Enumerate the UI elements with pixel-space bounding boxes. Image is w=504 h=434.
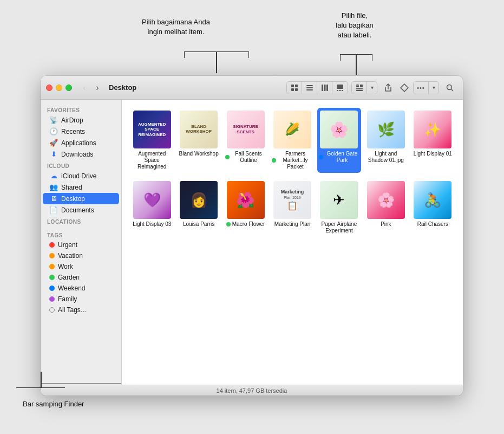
svg-rect-6: [306, 89, 313, 90]
file-name-light-shadow: Light and Shadow 01.jpg: [365, 151, 406, 164]
svg-rect-7: [322, 85, 323, 91]
file-item-augmented[interactable]: AUGMENTEDSPACEREIMAGINED Augmented Space…: [130, 108, 174, 173]
file-item-bland[interactable]: BLANDWORKSHOP Bland Workshop: [176, 108, 220, 173]
tags-section-label: Tags: [41, 229, 121, 239]
file-name-row-fall: Fall Scents Outline: [225, 151, 266, 164]
file-name-row-paper: Paper Airplane Experiment: [319, 221, 359, 234]
sidebar-item-icloud-drive[interactable]: ☁ iCloud Drive: [43, 170, 119, 182]
maximize-button[interactable]: [66, 85, 72, 91]
share-button[interactable]: [381, 82, 396, 94]
locations-section-label: Locations: [41, 216, 121, 226]
svg-rect-18: [356, 90, 363, 91]
file-item-paper[interactable]: ✈ Paper Airplane Experiment: [317, 178, 361, 237]
close-button[interactable]: [46, 85, 53, 91]
view-icon-button[interactable]: [287, 82, 302, 94]
view-gallery-button[interactable]: [332, 82, 348, 94]
window-title: Desktop: [109, 83, 136, 92]
sidebar-label-family: Family: [58, 295, 77, 303]
sidebar-label-vacation: Vacation: [58, 252, 83, 260]
file-thumb-fall: SIGNATURESCENTS: [227, 111, 265, 148]
sidebar-item-desktop[interactable]: 🖥 Desktop: [43, 193, 119, 204]
fall-tag-dot: [225, 155, 230, 159]
sidebar-item-recents[interactable]: 🕐 Recents: [43, 126, 119, 137]
sidebar-item-garden[interactable]: Garden: [43, 272, 119, 283]
svg-rect-0: [291, 85, 294, 87]
file-item-rail[interactable]: 🚴 Rail Chasers: [411, 178, 455, 237]
file-thumb-pink: 🌸: [367, 181, 405, 219]
minimize-button[interactable]: [56, 85, 62, 91]
callout-right: Pilih file, lalu bagikan atau labeli.: [319, 11, 390, 41]
family-dot: [49, 296, 55, 302]
forward-button[interactable]: ›: [91, 82, 103, 93]
file-item-golden[interactable]: 🌸 Golden Gate Park: [317, 108, 361, 173]
sidebar-item-documents[interactable]: 📄 Documents: [43, 204, 119, 216]
svg-rect-17: [356, 88, 363, 89]
file-name-row-light-display03: Light Display 03: [133, 221, 171, 228]
sidebar: Favorites 📡 AirDrop 🕐 Recents 🚀 Applicat…: [41, 100, 122, 385]
toolbar-icons: ▾ ••• ▾: [286, 81, 457, 94]
file-name-rail: Rail Chasers: [417, 221, 448, 228]
group-button[interactable]: [352, 82, 367, 94]
svg-point-19: [447, 85, 452, 89]
file-thumb-paper: ✈: [320, 181, 358, 219]
file-thumb-golden: 🌸: [320, 111, 358, 148]
more-dropdown-group: ••• ▾: [413, 81, 439, 94]
sidebar-item-urgent[interactable]: Urgent: [43, 239, 119, 250]
file-item-louisa[interactable]: 👩 Louisa Parris: [176, 178, 220, 237]
sidebar-item-family[interactable]: Family: [43, 294, 119, 305]
finder-window: ‹ › Desktop: [41, 76, 463, 396]
view-group-buttons: [286, 81, 348, 94]
all-tags-dot: [49, 307, 55, 313]
file-name-row-macro: Macro Flower: [226, 221, 265, 228]
status-bar: 14 item, 47,97 GB tersedia: [41, 385, 463, 396]
back-button[interactable]: ‹: [78, 82, 90, 93]
tag-button[interactable]: [397, 82, 412, 94]
vacation-dot: [49, 253, 55, 258]
file-item-light-display01[interactable]: ✨ Light Display 01: [411, 108, 455, 173]
file-thumb-marketing: Marketing Plan 2019 📋: [273, 181, 311, 219]
file-name-bland: Bland Workshop: [179, 151, 219, 157]
file-item-light-display03[interactable]: 💜 Light Display 03: [130, 178, 174, 237]
sidebar-item-weekend[interactable]: Weekend: [43, 283, 119, 294]
sidebar-item-work[interactable]: Work: [43, 261, 119, 272]
shared-icon: 👥: [49, 183, 58, 191]
more-button[interactable]: •••: [414, 82, 429, 94]
file-name-row-marketing: Marketing Plan: [274, 221, 311, 228]
sidebar-item-airdrop[interactable]: 📡 AirDrop: [43, 114, 119, 126]
svg-rect-10: [337, 85, 343, 89]
sidebar-item-vacation[interactable]: Vacation: [43, 250, 119, 261]
recents-icon: 🕐: [49, 127, 58, 135]
sidebar-label-documents: Documents: [61, 206, 94, 214]
sidebar-label-urgent: Urgent: [58, 241, 77, 249]
group-dropdown-arrow[interactable]: ▾: [367, 82, 377, 94]
file-thumb-louisa: 👩: [180, 181, 218, 219]
file-item-farmers[interactable]: 🌽 Farmers Market...ly Packet: [270, 108, 314, 173]
file-item-marketing[interactable]: Marketing Plan 2019 📋 Marketing Plan: [270, 178, 314, 237]
file-name-pink: Pink: [381, 221, 391, 228]
svg-rect-8: [324, 85, 325, 91]
file-thumb-light-display03: 💜: [133, 181, 171, 219]
file-item-macro[interactable]: 🌺 Macro Flower: [224, 178, 267, 237]
sidebar-item-applications[interactable]: 🚀 Applications: [43, 137, 119, 148]
file-item-fall[interactable]: SIGNATURESCENTS Fall Scents Outline: [224, 108, 267, 173]
sidebar-item-shared[interactable]: 👥 Shared: [43, 182, 119, 193]
more-dropdown-arrow[interactable]: ▾: [429, 82, 438, 94]
view-list-button[interactable]: [302, 82, 317, 94]
airdrop-icon: 📡: [49, 116, 58, 124]
sidebar-label-applications: Applications: [61, 139, 96, 147]
file-name-row-bland: Bland Workshop: [179, 151, 219, 157]
callout-right-line: [356, 54, 357, 75]
search-button[interactable]: [442, 82, 457, 94]
file-name-fall: Fall Scents Outline: [231, 151, 266, 164]
file-name-augmented: Augmented Space Reimagined: [132, 151, 172, 170]
view-column-button[interactable]: [317, 82, 332, 94]
file-item-light-shadow[interactable]: 🌿 Light and Shadow 01.jpg: [364, 108, 408, 173]
file-grid: AUGMENTEDSPACEREIMAGINED Augmented Space…: [130, 108, 455, 237]
file-name-light-display01: Light Display 01: [414, 151, 452, 157]
file-name-louisa: Louisa Parris: [183, 221, 214, 228]
sidebar-item-all-tags[interactable]: All Tags…: [43, 305, 119, 315]
sidebar-item-downloads[interactable]: ⬇ Downloads: [43, 148, 119, 160]
callout-left-line: [216, 51, 217, 73]
file-item-pink[interactable]: 🌸 Pink: [364, 178, 408, 237]
sidebar-label-icloud: iCloud Drive: [61, 172, 96, 180]
